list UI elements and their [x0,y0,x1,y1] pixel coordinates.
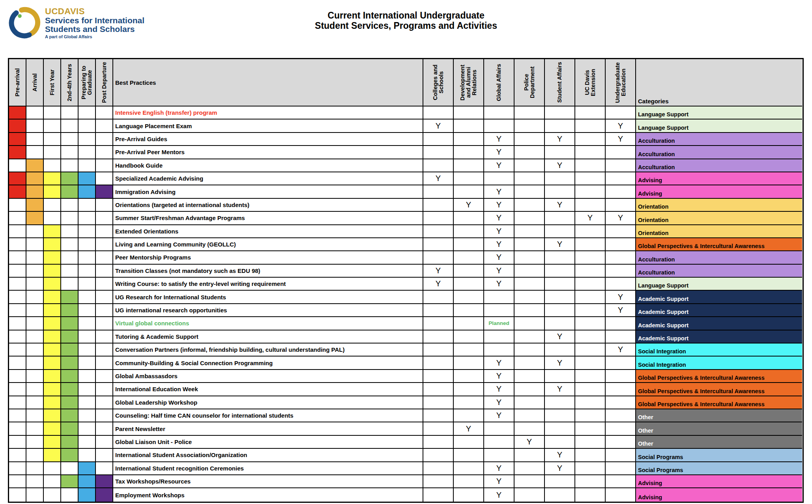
table-row: Pre-Arrival GuidesYYYAcculturation [9,133,803,146]
org-cell-uc-davis-extension [575,422,606,435]
org-cell-police-department [515,304,545,317]
practice-cell: Handbook Guide [113,159,423,172]
category-cell: Orientation [636,199,802,212]
org-cell-police-department [515,119,545,133]
timeline-cell-first-year [44,199,61,212]
timeline-cell-first-year [44,291,61,304]
org-cell-colleges-and-schools [423,343,454,357]
table-row: Writing Course: to satisfy the entry-lev… [9,278,803,291]
timeline-cell-preparing-to-graduate [79,422,96,435]
org-cell-colleges-and-schools [423,225,454,238]
org-cell-undergraduate-education [606,238,636,251]
timeline-cell-2nd-4th-years [61,251,79,264]
org-cell-uc-davis-extension [575,343,606,357]
category-cell: Global Perspectives & Intercultural Awar… [636,396,802,409]
timeline-cell-post-departure [96,304,113,317]
org-cell-colleges-and-schools [423,449,454,462]
org-cell-police-department [515,422,545,435]
org-cell-undergraduate-education [606,317,636,330]
org-cell-development-and-alumni-relations [454,449,484,462]
timeline-cell-pre-arrival [9,488,26,501]
org-cell-uc-davis-extension [575,291,606,304]
timeline-cell-first-year [44,317,61,330]
org-cell-police-department [515,317,545,330]
table-row: Living and Learning Community (GEOLLC)YY… [9,238,803,251]
org-cell-student-affairs [545,172,575,185]
org-cell-student-affairs [545,278,575,291]
timeline-cell-pre-arrival [9,212,26,225]
table-row: Parent NewsletterYOther [9,422,803,435]
org-cell-development-and-alumni-relations [454,304,484,317]
org-cell-development-and-alumni-relations [454,383,484,396]
org-cell-police-department [515,357,545,370]
category-cell: Advising [636,185,802,198]
org-cell-global-affairs: Y [484,212,515,225]
timeline-cell-post-departure [96,185,113,198]
timeline-header-label: First Year [49,69,55,95]
timeline-cell-2nd-4th-years [61,422,79,435]
timeline-cell-post-departure [96,199,113,212]
org-cell-undergraduate-education [606,330,636,343]
category-cell: Other [636,422,802,435]
category-cell: Global Perspectives & Intercultural Awar… [636,383,802,396]
timeline-cell-first-year [44,488,61,501]
practice-cell: Orientations (targeted at international … [113,199,423,212]
table-row: Tutoring & Academic SupportYAcademic Sup… [9,330,803,343]
timeline-cell-post-departure [96,225,113,238]
timeline-cell-first-year [44,251,61,264]
org-cell-uc-davis-extension [575,265,606,278]
org-cell-global-affairs: Y [484,265,515,278]
timeline-cell-preparing-to-graduate [79,475,96,488]
org-cell-uc-davis-extension [575,475,606,488]
timeline-cell-2nd-4th-years [61,383,79,396]
timeline-cell-pre-arrival [9,317,26,330]
org-cell-uc-davis-extension [575,185,606,198]
timeline-cell-pre-arrival [9,383,26,396]
timeline-cell-preparing-to-graduate [79,119,96,133]
org-cell-global-affairs: Y [484,357,515,370]
org-header-label: Police Department [524,60,535,105]
timeline-cell-post-departure [96,449,113,462]
org-cell-development-and-alumni-relations [454,357,484,370]
org-cell-global-affairs [484,291,515,304]
timeline-cell-2nd-4th-years [61,396,79,409]
org-cell-student-affairs [545,343,575,357]
category-cell: Advising [636,475,802,488]
timeline-cell-pre-arrival [9,409,26,422]
timeline-cell-2nd-4th-years [61,330,79,343]
org-cell-student-affairs [545,370,575,383]
table-row: Conversation Partners (informal, friends… [9,343,803,357]
org-cell-global-affairs: Y [484,225,515,238]
practice-cell: Pre-Arrival Guides [113,133,423,146]
timeline-cell-2nd-4th-years [61,172,79,185]
category-cell: Acculturation [636,265,802,278]
timeline-cell-2nd-4th-years [61,146,79,159]
timeline-cell-arrival [26,383,44,396]
org-cell-global-affairs: Y [484,396,515,409]
category-cell: Global Perspectives & Intercultural Awar… [636,238,802,251]
org-cell-student-affairs [545,146,575,159]
timeline-cell-preparing-to-graduate [79,278,96,291]
practice-cell: Immigration Advising [113,185,423,198]
category-cell: Advising [636,172,802,185]
practice-cell: Virtual global connections [113,317,423,330]
timeline-cell-preparing-to-graduate [79,304,96,317]
category-cell: Other [636,409,802,422]
timeline-header-2nd-4th-years: 2nd-4th Years [61,59,79,106]
org-cell-police-department [515,106,545,119]
org-cell-uc-davis-extension [575,238,606,251]
org-cell-global-affairs [484,343,515,357]
org-cell-undergraduate-education [606,383,636,396]
table-row: Handbook GuideYYAcculturation [9,159,803,172]
timeline-cell-pre-arrival [9,422,26,435]
org-header-police-department: Police Department [515,59,545,106]
org-cell-colleges-and-schools: Y [423,119,454,133]
timeline-cell-pre-arrival [9,343,26,357]
org-cell-colleges-and-schools [423,488,454,501]
timeline-cell-2nd-4th-years [61,475,79,488]
org-cell-police-department [515,172,545,185]
timeline-cell-first-year [44,159,61,172]
category-cell: Language Support [636,106,802,119]
timeline-cell-preparing-to-graduate [79,449,96,462]
org-cell-colleges-and-schools: Y [423,172,454,185]
